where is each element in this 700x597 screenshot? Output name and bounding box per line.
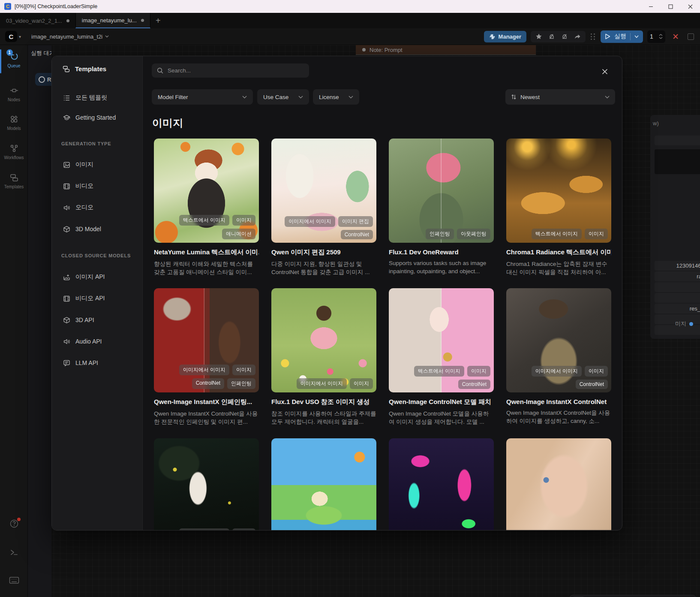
sidebar-item-nodes[interactable]: Nodes — [0, 86, 28, 102]
sidebar-item-templates[interactable]: Templates — [0, 173, 28, 189]
sort-dropdown[interactable]: Newest — [505, 89, 615, 105]
minimize-button[interactable] — [641, 0, 661, 13]
template-card-image-pink-dragon-costume: 인페인팅아웃페인팅 — [389, 139, 494, 243]
run-button[interactable]: 실행 — [601, 30, 643, 43]
template-card[interactable]: 텍스트에서 이미지이미지 Chroma1 Radiance 텍스트에서 이미..… — [506, 139, 611, 276]
seed-widget[interactable]: 123091464908692 — [655, 261, 700, 271]
close-dialog-button[interactable] — [598, 65, 612, 78]
use-case-dropdown[interactable]: Use Case — [257, 89, 309, 105]
sidebar-item-models[interactable]: Models — [0, 115, 28, 131]
chevron-down-icon — [298, 96, 303, 99]
new-tab-button[interactable]: + — [150, 13, 166, 28]
workflow-tab-video[interactable]: 03_video_wan2_2_1... — [0, 13, 75, 28]
template-card-badges: 이미지에서 이미지이미지 — [275, 378, 373, 389]
template-card-badges: 이미지에서 이미지이미지 편집ControlNet — [275, 216, 373, 239]
workflow-name-dropdown[interactable]: image_netayume_lumina_t2i — [31, 33, 109, 40]
nav-item-image[interactable]: 이미지 — [59, 157, 137, 173]
nav-item-audio-api[interactable]: Audio API — [59, 333, 137, 350]
template-card-image-croissants-miniature-workers: 텍스트에서 이미지이미지 — [506, 139, 611, 243]
cfg-widget[interactable]: 4.00 — [655, 136, 700, 145]
sidebar-item-workflows[interactable]: Workflows — [0, 144, 28, 160]
templates-title-text: Templates — [75, 65, 106, 72]
terminal-button[interactable] — [0, 548, 28, 557]
template-card-image-pink-hair-elf-split: 텍스트에서 이미지이미지ControlNet — [389, 288, 494, 392]
nav-item-label: LLM API — [75, 359, 98, 366]
template-card[interactable] — [506, 438, 611, 531]
search-input[interactable] — [168, 67, 292, 74]
favorite-button[interactable] — [532, 31, 545, 42]
template-card[interactable]: 이미지에서 이미지이미지 Flux.1 Dev USO 참조 이미지 생성 참조… — [271, 288, 376, 426]
template-card[interactable]: 텍스트에서 이미지이미지ControlNet Qwen-Image Contro… — [389, 288, 494, 426]
note-node-collapse-dot[interactable] — [362, 48, 366, 51]
terminal-icon — [9, 548, 19, 557]
templates-dialog: Templates 모든 템플릿 Getting Started GENERAT… — [51, 56, 622, 531]
chevron-down-icon[interactable] — [634, 35, 639, 38]
share-button[interactable] — [571, 31, 584, 42]
seed-control-widget[interactable]: randomize — [655, 271, 700, 281]
nav-item-3d-model[interactable]: 3D Model — [59, 221, 137, 237]
nav-item-image-api[interactable]: 이미지 API — [59, 269, 137, 285]
output-port-dot[interactable] — [689, 322, 693, 326]
nav-item-label: Getting Started — [75, 114, 116, 121]
nav-item-3d-api[interactable]: 3D API — [59, 312, 137, 328]
template-card[interactable]: 인페인팅아웃페인팅 Flux.1 Dev OneReward Supports … — [389, 139, 494, 276]
nav-item-video-api[interactable]: 비디오 API — [59, 290, 137, 307]
queue-item[interactable]: R — [35, 73, 51, 86]
chat-icon — [63, 359, 70, 367]
drag-handle[interactable] — [591, 33, 595, 40]
maximize-icon — [668, 4, 673, 9]
notification-alt-button[interactable] — [558, 31, 571, 42]
template-card-title: Flux.1 Dev USO 참조 이미지 생성 — [271, 398, 376, 406]
card-badge: 이미지 — [585, 366, 608, 377]
nav-item-video[interactable]: 비디오 — [59, 178, 137, 194]
model-filter-dropdown[interactable]: Model Filter — [152, 89, 253, 105]
chevron-down-icon[interactable]: ▾ — [19, 34, 21, 39]
steps-widget[interactable]: 30 — [655, 282, 700, 292]
manager-button[interactable]: Manager — [484, 31, 526, 42]
list-icon — [63, 94, 70, 102]
clear-queue-button[interactable]: ✕ — [670, 32, 682, 42]
sampler-widget[interactable]: res_multistep — [655, 304, 700, 314]
stepper-down-icon[interactable] — [659, 37, 663, 39]
unsaved-dot-icon[interactable] — [66, 19, 69, 22]
template-card[interactable]: 이미지에서 이미지이미지 편집ControlNet Qwen 이미지 편집 25… — [271, 139, 376, 276]
workflow-tabbar: 03_video_wan2_2_1... image_netayume_lu..… — [0, 13, 700, 28]
license-dropdown[interactable]: License — [313, 89, 359, 105]
card-badge: 텍스트에서 이미지 — [532, 229, 582, 239]
sort-arrows-icon — [511, 94, 517, 100]
comfyui-logo[interactable]: C — [5, 31, 17, 42]
cfg-value-widget[interactable]: 4.0 — [655, 293, 700, 303]
sidebar-item-label: Nodes — [8, 97, 20, 102]
card-badge: 텍스트에서 이미지 — [414, 366, 464, 377]
workflow-tab-image[interactable]: image_netayume_lu... — [75, 13, 150, 28]
nav-item-audio[interactable]: 오디오 — [59, 199, 137, 216]
template-card[interactable] — [271, 438, 376, 531]
card-badge: 이미지에서 이미지 — [297, 378, 347, 389]
template-card[interactable]: 이미지에서 이미지이미지ControlNet인페인팅 Qwen-Image In… — [154, 288, 259, 426]
help-button[interactable] — [0, 519, 28, 528]
nav-item-label: 이미지 API — [75, 273, 105, 281]
sidebar-item-queue[interactable]: 1 Queue — [0, 52, 28, 68]
template-card[interactable]: 이미지에서 이미지이미지ControlNet Qwen-Image Instan… — [506, 288, 611, 426]
template-card[interactable]: 텍스트에서 이미지이미지 — [154, 438, 259, 531]
nav-item-llm-api[interactable]: LLM API — [59, 355, 137, 371]
unsaved-dot-icon[interactable] — [141, 19, 144, 22]
template-card[interactable] — [389, 438, 494, 531]
run-count-stepper[interactable]: 1 — [647, 30, 665, 43]
sampler-node[interactable]: w) 4.00 잠재 데 123091464908692 randomize 3… — [650, 115, 700, 339]
stop-button[interactable] — [688, 33, 694, 40]
chevron-down-icon — [605, 96, 610, 99]
template-card[interactable]: 텍스트에서 이미지이미지애니메이션 NetaYume Lumina 텍스트에서 … — [154, 139, 259, 276]
notification-button[interactable] — [545, 31, 558, 42]
nav-item-getting-started[interactable]: Getting Started — [59, 109, 137, 126]
image-output-port[interactable]: 미지 — [675, 320, 693, 328]
note-node-header[interactable]: Note: Prompt — [356, 45, 536, 55]
nav-item-all-templates[interactable]: 모든 템플릿 — [59, 90, 137, 106]
card-badge: 이미지에서 이미지 — [285, 216, 335, 227]
maximize-button[interactable] — [661, 0, 680, 13]
close-window-button[interactable] — [680, 0, 700, 13]
stepper-up-icon[interactable] — [659, 34, 663, 36]
shortcuts-button[interactable] — [0, 576, 28, 585]
template-search[interactable] — [152, 63, 309, 78]
template-card-title: Qwen-Image InstantX ControlNet — [506, 398, 611, 405]
